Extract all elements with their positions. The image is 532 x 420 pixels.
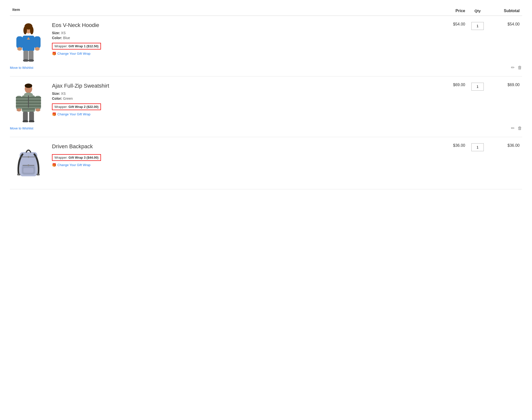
change-gift-wrap-text-2: Change Your Gift Wrap bbox=[57, 112, 90, 116]
svg-rect-38 bbox=[29, 112, 34, 121]
cart-item-1: Eos V-Neck Hoodie Size: XS Color: Blue W… bbox=[10, 16, 522, 76]
header-price: Price bbox=[435, 7, 465, 13]
svg-rect-45 bbox=[37, 174, 40, 175]
svg-point-16 bbox=[25, 84, 32, 88]
item-actions-2: ✏ 🗑 bbox=[511, 125, 522, 131]
svg-rect-24 bbox=[28, 96, 29, 108]
edit-icon-2[interactable]: ✏ bbox=[511, 125, 515, 131]
gift-icon-3: 🎁 bbox=[52, 163, 56, 167]
svg-rect-7 bbox=[16, 36, 23, 49]
item-wrapper-badge-1: Wrapper: Gift Wrap 1 ($12.50) bbox=[52, 43, 101, 49]
item-color-1: Color: Blue bbox=[52, 36, 435, 40]
move-wishlist-1[interactable]: Move to Wishlist bbox=[10, 66, 33, 70]
svg-point-4 bbox=[30, 26, 33, 34]
svg-rect-29 bbox=[16, 105, 22, 106]
item-wrapper-badge-3: Wrapper: Gift Wrap 3 ($44.00) bbox=[52, 154, 101, 161]
table-header: Item Price Qty Subtotal bbox=[10, 5, 522, 16]
wrapper-label-2: Wrapper: bbox=[54, 105, 68, 109]
item-main-3: Driven Backpack Wrapper: Gift Wrap 3 ($4… bbox=[10, 142, 435, 184]
item-details-2: Ajax Full-Zip Sweatshirt Size: XS Color:… bbox=[52, 81, 435, 116]
svg-rect-12 bbox=[29, 51, 34, 61]
change-gift-wrap-text-3: Change Your Gift Wrap bbox=[57, 163, 90, 167]
item-qty-3 bbox=[465, 142, 490, 151]
qty-input-2[interactable] bbox=[471, 83, 484, 91]
item-image-2 bbox=[10, 81, 47, 124]
item-actions-1: ✏ 🗑 bbox=[511, 65, 522, 70]
item-image-3 bbox=[10, 142, 47, 184]
item-subtotal-2: $69.00 bbox=[490, 81, 522, 87]
svg-rect-49 bbox=[24, 168, 34, 173]
svg-rect-27 bbox=[16, 100, 22, 101]
svg-point-3 bbox=[24, 26, 27, 34]
item-wrapper-badge-2: Wrapper: Gift Wrap 2 ($22.00) bbox=[52, 103, 101, 110]
trash-icon-2[interactable]: 🗑 bbox=[518, 126, 522, 131]
svg-rect-37 bbox=[23, 112, 28, 121]
cart-item-2: Ajax Full-Zip Sweatshirt Size: XS Color:… bbox=[10, 76, 522, 137]
item-subtotal-3: $36.00 bbox=[490, 142, 522, 148]
item-details-3: Driven Backpack Wrapper: Gift Wrap 3 ($4… bbox=[52, 142, 435, 167]
svg-rect-31 bbox=[35, 97, 41, 98]
item-size-1: Size: XS bbox=[52, 31, 435, 35]
gift-icon-1: 🎁 bbox=[52, 51, 56, 55]
move-wishlist-2[interactable]: Move to Wishlist bbox=[10, 126, 33, 130]
wrapper-value-3: Gift Wrap 3 ($44.00) bbox=[69, 156, 98, 159]
item-details-1: Eos V-Neck Hoodie Size: XS Color: Blue W… bbox=[52, 21, 435, 55]
change-gift-wrap-link-2[interactable]: 🎁 Change Your Gift Wrap bbox=[52, 112, 435, 116]
item-subtotal-1: $54.00 bbox=[490, 21, 522, 26]
wrapper-value-1: Gift Wrap 1 ($12.50) bbox=[69, 44, 98, 48]
header-subtotal: Subtotal bbox=[490, 7, 522, 13]
svg-point-48 bbox=[27, 164, 29, 166]
svg-rect-28 bbox=[16, 103, 22, 104]
item-size-2: Size: XS bbox=[52, 92, 435, 96]
change-gift-wrap-text-1: Change Your Gift Wrap bbox=[57, 52, 90, 55]
qty-input-1[interactable] bbox=[471, 22, 484, 30]
item-qty-2 bbox=[465, 81, 490, 91]
item-name-1: Eos V-Neck Hoodie bbox=[52, 22, 435, 28]
svg-rect-26 bbox=[16, 97, 22, 98]
cart-item-3: Driven Backpack Wrapper: Gift Wrap 3 ($4… bbox=[10, 137, 522, 189]
svg-point-36 bbox=[35, 108, 40, 111]
item-name-3: Driven Backpack bbox=[52, 143, 435, 150]
trash-icon-1[interactable]: 🗑 bbox=[518, 65, 522, 70]
wrapper-label-1: Wrapper: bbox=[54, 44, 68, 48]
wrapper-value-2: Gift Wrap 2 ($22.00) bbox=[69, 105, 98, 109]
qty-input-3[interactable] bbox=[471, 143, 484, 151]
item-price-1: $54.00 bbox=[435, 21, 465, 26]
item-footer-2: Move to Wishlist ✏ 🗑 bbox=[10, 124, 522, 132]
svg-point-35 bbox=[17, 108, 22, 111]
change-gift-wrap-link-3[interactable]: 🎁 Change Your Gift Wrap bbox=[52, 163, 435, 167]
svg-rect-44 bbox=[17, 174, 20, 175]
item-qty-1 bbox=[465, 21, 490, 30]
wrapper-label-3: Wrapper: bbox=[54, 156, 68, 159]
item-main-1: Eos V-Neck Hoodie Size: XS Color: Blue W… bbox=[10, 21, 435, 63]
svg-rect-8 bbox=[34, 36, 41, 49]
item-main-2: Ajax Full-Zip Sweatshirt Size: XS Color:… bbox=[10, 81, 435, 124]
svg-rect-32 bbox=[35, 100, 41, 101]
svg-point-9 bbox=[17, 47, 22, 50]
svg-point-10 bbox=[35, 47, 40, 50]
edit-icon-1[interactable]: ✏ bbox=[511, 65, 515, 70]
item-name-2: Ajax Full-Zip Sweatshirt bbox=[52, 83, 435, 89]
item-image-1 bbox=[10, 21, 47, 63]
svg-rect-11 bbox=[24, 51, 28, 61]
svg-rect-22 bbox=[22, 108, 35, 109]
gift-icon-2: 🎁 bbox=[52, 112, 56, 116]
item-color-2: Color: Green bbox=[52, 97, 435, 100]
svg-rect-33 bbox=[35, 103, 41, 104]
change-gift-wrap-link-1[interactable]: 🎁 Change Your Gift Wrap bbox=[52, 51, 435, 55]
header-qty: Qty bbox=[465, 7, 490, 13]
header-item: Item bbox=[10, 7, 435, 13]
svg-rect-34 bbox=[35, 105, 41, 106]
svg-point-47 bbox=[27, 156, 29, 158]
item-price-2: $69.00 bbox=[435, 81, 465, 87]
item-price-3: $36.00 bbox=[435, 142, 465, 148]
item-footer-1: Move to Wishlist ✏ 🗑 bbox=[10, 63, 522, 71]
